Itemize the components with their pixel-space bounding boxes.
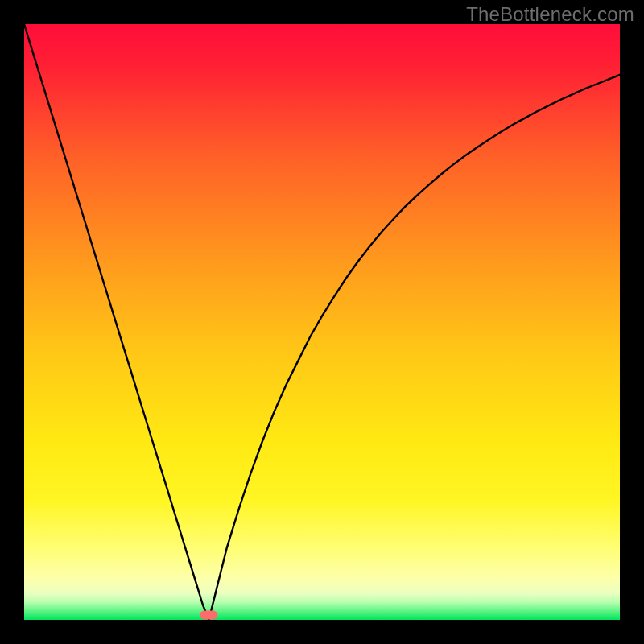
plot-area (24, 24, 620, 620)
optimum-marker (200, 611, 217, 620)
gradient-background (24, 24, 620, 620)
chart-svg (24, 24, 620, 620)
watermark-text: TheBottleneck.com (466, 3, 634, 26)
chart-frame: TheBottleneck.com (0, 0, 644, 644)
